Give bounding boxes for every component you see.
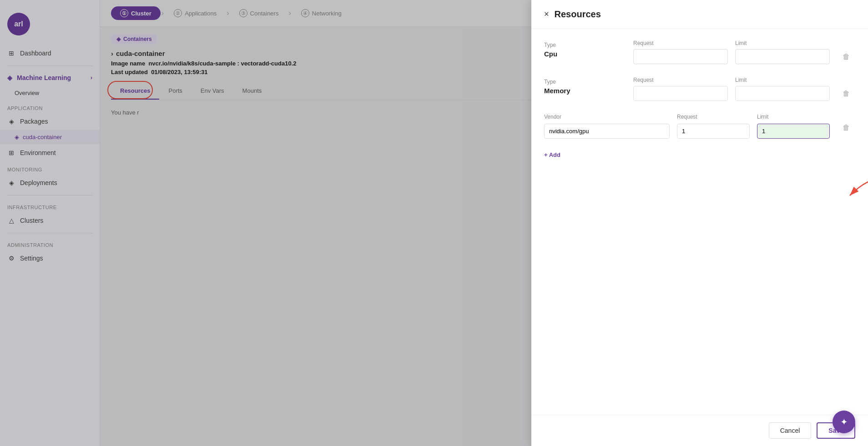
cpu-type-label: Type xyxy=(544,42,626,48)
gpu-row: 🗑 xyxy=(544,124,855,139)
cpu-limit-header: Limit xyxy=(735,40,830,46)
memory-limit-input[interactable] xyxy=(735,86,830,101)
cpu-request-col: Request xyxy=(633,40,728,64)
memory-type-label: Type xyxy=(544,79,626,85)
panel-footer: Cancel Save xyxy=(531,415,868,446)
cpu-type-value: Cpu xyxy=(544,50,626,58)
memory-delete-button[interactable]: 🗑 xyxy=(837,77,855,98)
memory-resource-row: Type Memory Request Limit 🗑 xyxy=(544,77,855,101)
gpu-vendor-header: Vendor xyxy=(544,114,670,120)
panel-title: Resources xyxy=(555,9,601,20)
gpu-delete-button[interactable]: 🗑 xyxy=(837,124,855,132)
cpu-delete-button[interactable]: 🗑 xyxy=(837,40,855,61)
cpu-resource-row: Type Cpu Request Limit 🗑 xyxy=(544,40,855,64)
fab-icon: ✦ xyxy=(840,416,848,427)
add-button[interactable]: + Add xyxy=(544,148,560,162)
gpu-limit-input[interactable] xyxy=(757,124,830,139)
memory-limit-col: Limit xyxy=(735,77,830,101)
cpu-request-header: Request xyxy=(633,40,728,46)
fab-button[interactable]: ✦ xyxy=(833,411,855,433)
cpu-limit-col: Limit xyxy=(735,40,830,64)
gpu-request-header: Request xyxy=(677,114,750,120)
memory-request-input[interactable] xyxy=(633,86,728,101)
memory-type-value: Memory xyxy=(544,87,626,95)
cpu-request-input[interactable] xyxy=(633,49,728,64)
panel-header: × Resources xyxy=(531,0,868,29)
gpu-header-row: Vendor Request Limit xyxy=(544,114,855,120)
gpu-vendor-input[interactable] xyxy=(544,124,670,139)
memory-label-col: Type Memory xyxy=(544,77,626,95)
panel-body: Type Cpu Request Limit 🗑 Type Memory Req… xyxy=(531,29,868,415)
memory-request-col: Request xyxy=(633,77,728,101)
cpu-limit-input[interactable] xyxy=(735,49,830,64)
memory-request-header: Request xyxy=(633,77,728,83)
annotation-arrow xyxy=(841,173,868,209)
memory-limit-header: Limit xyxy=(735,77,830,83)
gpu-limit-header: Limit xyxy=(757,114,830,120)
resources-panel: × Resources Type Cpu Request Limit 🗑 Typ… xyxy=(531,0,868,446)
close-button[interactable]: × xyxy=(544,10,549,19)
cancel-button[interactable]: Cancel xyxy=(769,422,812,439)
gpu-request-input[interactable] xyxy=(677,124,750,139)
gpu-section: Vendor Request Limit 🗑 xyxy=(544,114,855,139)
cpu-label-col: Type Cpu xyxy=(544,40,626,58)
